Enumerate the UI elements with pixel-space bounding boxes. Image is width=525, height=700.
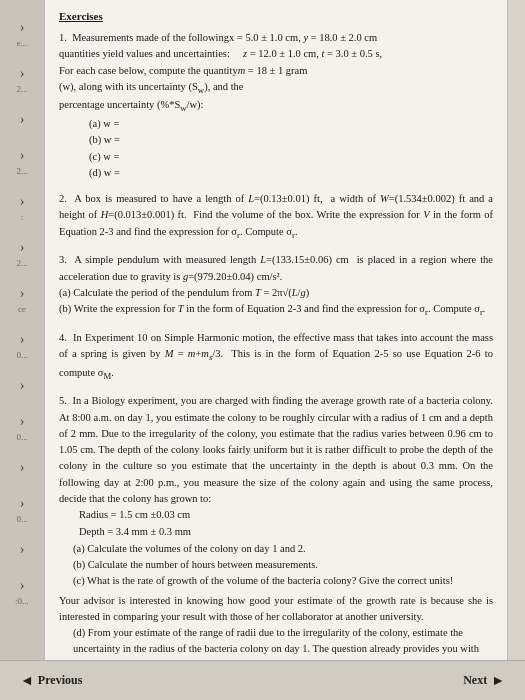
sidebar-label-4: 2...	[16, 166, 27, 176]
previous-label: Previous	[38, 673, 82, 688]
problem-1-text: 1. Measurements made of the followingx =…	[59, 30, 493, 116]
depth-value: Depth = 3.4 mm ± 0.3 mm	[79, 524, 493, 541]
sidebar-item-5[interactable]: › :	[20, 194, 25, 222]
sidebar-right	[507, 0, 525, 660]
sidebar-item-12[interactable]: › 0...	[16, 496, 27, 524]
sidebar-label-12: 0...	[16, 514, 27, 524]
problem-5b: (b) Calculate the number of hours betwee…	[73, 557, 493, 573]
next-arrow-icon: ►	[491, 673, 505, 689]
sidebar-item-3[interactable]: ›	[20, 112, 25, 130]
sidebar-label-7: ce	[18, 304, 26, 314]
arrow-icon-3: ›	[20, 112, 25, 128]
problem-2-block: 2. A box is measured to have a length of…	[59, 191, 493, 242]
problem-5-advisor: Your advisor is interested in knowing ho…	[59, 593, 493, 626]
problem-5a: (a) Calculate the volumes of the colony …	[73, 541, 493, 557]
problem-2-text: 2. A box is measured to have a length of…	[59, 191, 493, 242]
sidebar-label-2: 2...	[16, 84, 27, 94]
sidebar-item-8[interactable]: › 0...	[16, 332, 27, 360]
sub-item-1b: (b) w =	[89, 132, 493, 148]
previous-button[interactable]: ◄ Previous	[20, 673, 82, 689]
sidebar-item-10[interactable]: › 0...	[16, 414, 27, 442]
problem-3-text: 3. A simple pendulum with measured lengt…	[59, 252, 493, 319]
sidebar-label-1: e...	[17, 38, 28, 48]
sidebar-left: › e... › 2... › › 2... › : › 2... › ce ›	[0, 0, 45, 660]
sub-item-1d: (d) w =	[89, 165, 493, 181]
arrow-icon-10: ›	[20, 414, 25, 430]
problem-1-block: 1. Measurements made of the followingx =…	[59, 30, 493, 181]
sidebar-label-14: :0...	[15, 596, 29, 606]
arrow-icon-9: ›	[20, 378, 25, 394]
problem-4-text: 4. In Experiment 10 on Simple Harmonic m…	[59, 330, 493, 384]
arrow-icon-12: ›	[20, 496, 25, 512]
sidebar-label-8: 0...	[16, 350, 27, 360]
arrow-icon-11: ›	[20, 460, 25, 476]
sub-item-1c: (c) w =	[89, 149, 493, 165]
next-button[interactable]: Next ►	[463, 673, 505, 689]
radius-info: Radius = 1.5 cm ±0.03 cm Depth = 3.4 mm …	[79, 507, 493, 541]
arrow-icon-5: ›	[20, 194, 25, 210]
problem-1-subitems: (a) w = (b) w = (c) w = (d) w =	[75, 116, 493, 181]
sidebar-item-6[interactable]: › 2...	[16, 240, 27, 268]
bottom-nav: ◄ Previous Next ►	[0, 660, 525, 700]
arrow-icon-8: ›	[20, 332, 25, 348]
radius-value: Radius = 1.5 cm ±0.03 cm	[79, 507, 493, 524]
arrow-icon-1: ›	[20, 20, 25, 36]
problem-4-block: 4. In Experiment 10 on Simple Harmonic m…	[59, 330, 493, 384]
sidebar-item-13[interactable]: ›	[20, 542, 25, 560]
next-label: Next	[463, 673, 487, 688]
arrow-icon-6: ›	[20, 240, 25, 256]
problem-5d: (d) From your estimate of the range of r…	[73, 625, 493, 660]
sidebar-item-11[interactable]: ›	[20, 460, 25, 478]
arrow-icon-4: ›	[20, 148, 25, 164]
main-content: Exercises 1. Measurements made of the fo…	[45, 0, 507, 660]
section-title: Exercises	[59, 10, 493, 22]
arrow-icon-2: ›	[20, 66, 25, 82]
sidebar-item-4[interactable]: › 2...	[16, 148, 27, 176]
problem-3-block: 3. A simple pendulum with measured lengt…	[59, 252, 493, 319]
arrow-icon-13: ›	[20, 542, 25, 558]
arrow-icon-14: ›	[20, 578, 25, 594]
problem-5c: (c) What is the rate of growth of the vo…	[73, 573, 493, 589]
sidebar-item-9[interactable]: ›	[20, 378, 25, 396]
sidebar-label-6: 2...	[16, 258, 27, 268]
sidebar-label-10: 0...	[16, 432, 27, 442]
sidebar-item-2[interactable]: › 2...	[16, 66, 27, 94]
page-container: › e... › 2... › › 2... › : › 2... › ce ›	[0, 0, 525, 700]
sidebar-item-1[interactable]: › e...	[17, 20, 28, 48]
sidebar-item-14[interactable]: › :0...	[15, 578, 29, 606]
arrow-icon-7: ›	[20, 286, 25, 302]
problem-5-text-intro: 5. In a Biology experiment, you are char…	[59, 393, 493, 507]
problem-5-block: 5. In a Biology experiment, you are char…	[59, 393, 493, 660]
sub-item-1a: (a) w =	[89, 116, 493, 132]
sidebar-label-5: :	[21, 212, 24, 222]
sidebar-item-7[interactable]: › ce	[18, 286, 26, 314]
previous-arrow-icon: ◄	[20, 673, 34, 689]
